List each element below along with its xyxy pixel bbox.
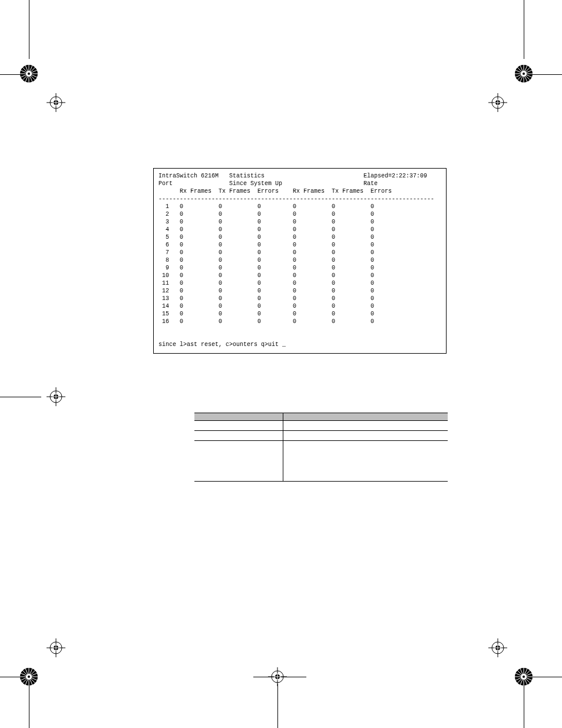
crop-mark-icon [46,387,66,407]
terminal-text: IntraSwitch 6216M Statistics Elapsed=2:2… [158,172,441,348]
table-row [194,421,448,431]
crop-mark-icon [46,93,66,113]
table-header-left [194,413,283,421]
table-header-right [283,413,448,421]
table-row [194,431,448,441]
crop-mark-icon [488,93,508,113]
crop-mark-icon [19,64,39,84]
crop-mark-icon [514,64,534,84]
crop-mark-icon [46,638,66,658]
crop-mark-icon [267,667,287,687]
field-description-table [194,413,448,482]
crop-mark-icon [514,667,534,687]
terminal-screenshot: IntraSwitch 6216M Statistics Elapsed=2:2… [153,168,447,354]
crop-mark-icon [19,667,39,687]
crop-mark-icon [488,638,508,658]
table-row [194,441,448,482]
